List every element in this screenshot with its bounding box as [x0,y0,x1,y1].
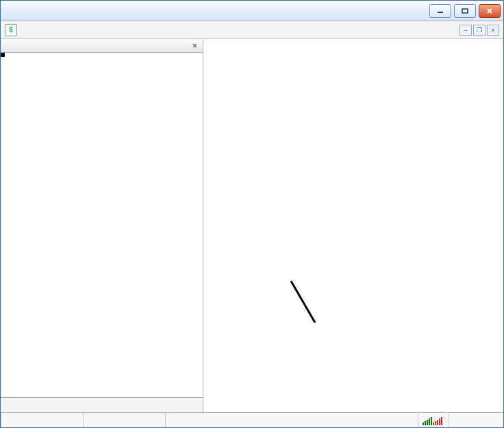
window-close-button[interactable] [479,4,501,18]
chart-area[interactable] [203,39,503,412]
window-maximize-button[interactable] [454,4,476,18]
price-chart [203,39,503,409]
navigator-tabs [1,397,203,412]
mdi-minimize-button[interactable]: – [459,25,472,36]
connection-status-icon [418,413,449,427]
window-titlebar [1,1,503,21]
mdi-close-button[interactable]: × [487,25,499,36]
mdi-restore-button[interactable]: ❐ [473,25,486,36]
statusbar [1,412,503,427]
window-minimize-button[interactable] [429,4,451,18]
menubar: $ – ❐ × [1,21,503,39]
client-area: × [1,39,503,412]
navigator-close-button[interactable]: × [190,41,200,51]
connection-status-text [449,413,503,427]
app-icon: $ [5,24,17,36]
navigator-tree[interactable] [1,53,203,397]
application-window: $ – ❐ × × [0,0,504,428]
navigator-pane: × [1,39,203,412]
svg-rect-1 [462,9,468,13]
navigator-titlebar: × [1,39,203,53]
